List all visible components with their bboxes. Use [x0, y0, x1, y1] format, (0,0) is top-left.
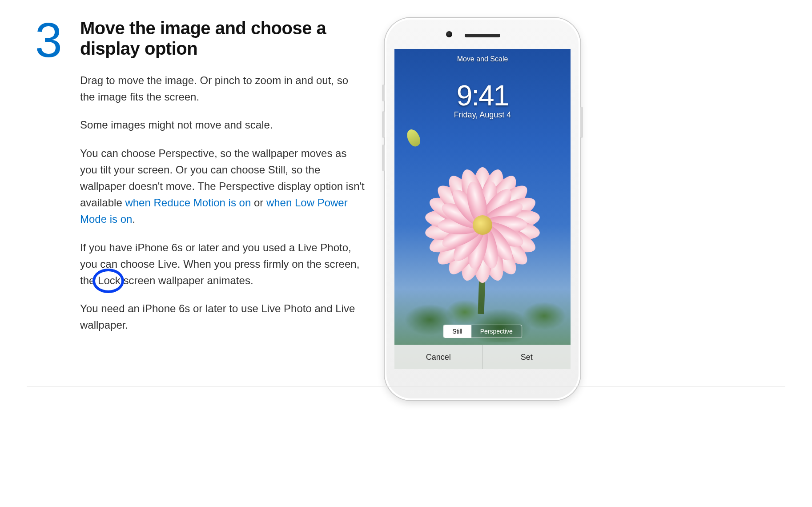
cancel-button[interactable]: Cancel [394, 345, 482, 369]
mute-switch-icon [382, 84, 385, 101]
wallpaper-flower [416, 158, 549, 292]
step-heading: Move the image and choose a display opti… [80, 18, 365, 59]
perspective-option[interactable]: Perspective [471, 325, 522, 338]
volume-down-button-icon [382, 145, 385, 171]
step-number: 3 [35, 18, 62, 62]
display-option-segment: Still Perspective [443, 325, 522, 338]
step-number-column: 3 [27, 18, 62, 62]
paragraph-5: You need an iPhone 6s or later to use Li… [80, 300, 365, 333]
volume-up-button-icon [382, 111, 385, 138]
paragraph-3: You can choose Perspective, so the wallp… [80, 145, 365, 228]
lock-screen-time: 9:41 [394, 79, 571, 112]
power-button-icon [580, 107, 583, 138]
paragraph-3-text-c: . [132, 213, 135, 225]
paragraph-3-text-b: or [251, 197, 266, 209]
paragraph-2: Some images might not move and scale. [80, 117, 365, 133]
move-and-scale-title: Move and Scale [394, 55, 571, 63]
phone-camera-icon [446, 31, 452, 37]
reduce-motion-link[interactable]: when Reduce Motion is on [125, 197, 251, 209]
section-divider [27, 386, 785, 387]
bottom-action-bar: Cancel Set [394, 345, 571, 369]
lock-screen-date: Friday, August 4 [394, 110, 571, 120]
flower-center [473, 215, 492, 235]
still-option[interactable]: Still [443, 325, 471, 338]
phone-screen: Move and Scale 9:41 Friday, August 4 Sti… [394, 49, 571, 369]
circled-word-lock: Lock [98, 272, 121, 289]
paragraph-1: Drag to move the image. Or pinch to zoom… [80, 72, 365, 105]
set-button[interactable]: Set [482, 345, 571, 369]
paragraph-4-text-b: screen wallpaper animates. [121, 274, 253, 286]
instruction-text-column: Move the image and choose a display opti… [80, 18, 365, 345]
phone-speaker-icon [465, 34, 500, 37]
phone-illustration-column: Move and Scale 9:41 Friday, August 4 Sti… [382, 18, 583, 400]
iphone-frame: Move and Scale 9:41 Friday, August 4 Sti… [385, 18, 580, 400]
paragraph-4: If you have iPhone 6s or later and you u… [80, 239, 365, 289]
